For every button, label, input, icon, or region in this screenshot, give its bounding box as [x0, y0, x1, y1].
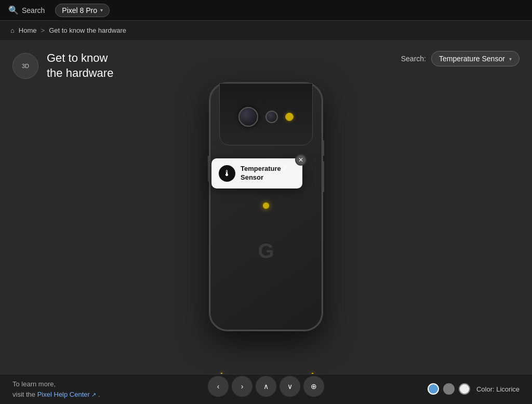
- chevron-down-icon: ▾: [509, 56, 512, 62]
- color-swatches: Color: Licorice: [428, 383, 520, 395]
- tooltip-title-line2: Sensor: [241, 173, 263, 181]
- tooltip-icon: 🌡: [219, 165, 235, 182]
- search-label: Search:: [401, 55, 426, 63]
- prev-button[interactable]: ‹: [208, 376, 229, 397]
- side-button: [323, 161, 324, 192]
- main-content: 3D Get to know the hardware Search: Temp…: [0, 41, 532, 404]
- top-navigation: 🔍 Search Pixel 8 Pro ▾: [0, 0, 532, 21]
- breadcrumb-current: Get to know the hardware: [49, 26, 126, 34]
- page-title-area: 3D Get to know the hardware: [12, 51, 113, 80]
- tooltip-title-line1: Temperature: [241, 165, 281, 172]
- search-icon: 🔍: [8, 5, 19, 15]
- breadcrumb: ⌂ Home > Get to know the hardware: [0, 21, 532, 41]
- camera-lenses: [238, 107, 294, 127]
- device-name: Pixel 8 Pro: [62, 6, 97, 15]
- color-swatch-hazel[interactable]: [428, 383, 439, 395]
- sensor-search-dropdown[interactable]: Temperature Sensor ▾: [431, 51, 520, 66]
- temperature-sensor-dot[interactable]: [263, 203, 269, 209]
- down-button[interactable]: ∨: [280, 376, 300, 397]
- chevron-down-icon: ▾: [100, 7, 103, 13]
- navigation-controls: ‹ › ∧ ∨ ⊕: [208, 376, 324, 397]
- device-selector[interactable]: Pixel 8 Pro ▾: [55, 4, 110, 17]
- google-logo: G: [258, 239, 274, 263]
- bottom-bar: To learn more, visit the Pixel Help Cent…: [0, 374, 532, 404]
- camera-flash: [285, 113, 294, 121]
- home-icon: ⌂: [10, 26, 15, 34]
- main-camera-lens: [238, 107, 258, 127]
- search-area[interactable]: 🔍 Search: [8, 5, 45, 15]
- help-text: To learn more, visit the Pixel Help Cent…: [12, 379, 100, 399]
- color-swatch-obsidian[interactable]: [443, 383, 455, 395]
- next-button[interactable]: ›: [232, 376, 252, 397]
- page-title-line1: Get to know: [47, 51, 108, 64]
- volume-button: [208, 156, 209, 182]
- phone-body: G 🌡 Temperature Sensor ☽ ✕: [209, 82, 323, 331]
- power-button: [323, 140, 324, 156]
- moon-icon: ☽: [280, 163, 287, 172]
- sensor-search-value: Temperature Sensor: [439, 55, 505, 63]
- hardware-search-bar: Search: Temperature Sensor ▾: [401, 51, 520, 66]
- temperature-sensor-tooltip: 🌡 Temperature Sensor ☽ ✕: [211, 158, 302, 188]
- color-label: Color: Licorice: [476, 385, 520, 393]
- color-swatch-porcelain[interactable]: [459, 383, 470, 395]
- page-title: Get to know the hardware: [47, 51, 113, 80]
- pixel-help-center-link[interactable]: Pixel Help Center ↗: [37, 390, 98, 398]
- up-button[interactable]: ∧: [256, 376, 276, 397]
- page-title-line2: the hardware: [47, 66, 113, 79]
- secondary-camera-lens: [265, 111, 278, 123]
- search-nav-label: Search: [22, 6, 45, 15]
- zoom-button[interactable]: ⊕: [303, 376, 324, 397]
- tooltip-close-button[interactable]: ✕: [295, 154, 307, 166]
- phone-3d-view: G 🌡 Temperature Sensor ☽ ✕: [209, 82, 323, 331]
- breadcrumb-separator: >: [41, 26, 45, 34]
- camera-bar: [219, 83, 313, 145]
- external-link-icon: ↗: [91, 392, 96, 398]
- 3d-icon: 3D: [12, 53, 38, 79]
- tooltip-text: Temperature Sensor: [241, 165, 281, 182]
- home-link[interactable]: Home: [19, 26, 37, 34]
